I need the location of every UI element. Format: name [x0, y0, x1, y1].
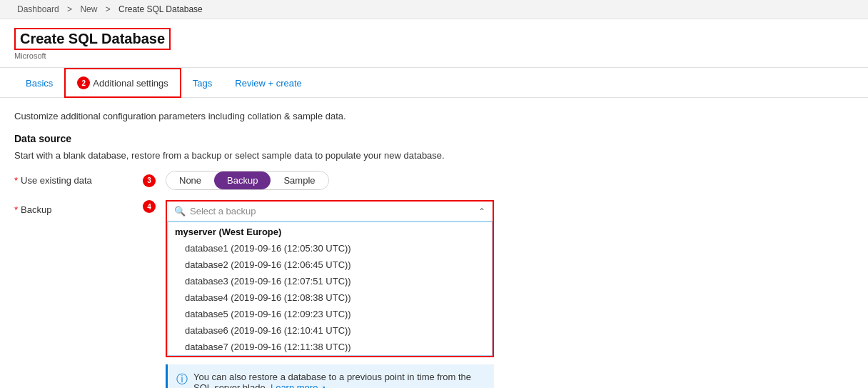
badge-3: 3	[143, 174, 156, 187]
dropdown-header[interactable]: 🔍 Select a backup ⌃	[167, 202, 493, 222]
toggle-none[interactable]: None	[166, 171, 214, 189]
breadcrumb-dashboard[interactable]: Dashboard	[17, 4, 59, 14]
search-icon: 🔍	[174, 206, 186, 217]
breadcrumb-current: Create SQL Database	[118, 4, 203, 14]
breadcrumb-sep1: >	[67, 4, 74, 14]
tab-tags[interactable]: Tags	[181, 71, 223, 97]
backup-row: * Backup 4 🔍 Select a backup ⌃ myserver …	[14, 200, 542, 388]
dropdown-list: myserver (West Europe) database1 (2019-0…	[167, 222, 493, 356]
breadcrumb-sep2: >	[106, 4, 113, 14]
title-box: Create SQL Database	[14, 28, 171, 50]
tabs-section: Basics 2 Additional settings Tags Review…	[0, 68, 868, 98]
dropdown-item-3[interactable]: database3 (2019-09-16 (12:07:51 UTC))	[168, 273, 492, 289]
tab-basics[interactable]: Basics	[14, 71, 64, 97]
data-source-title: Data source	[14, 133, 542, 144]
chevron-up-icon: ⌃	[478, 207, 485, 217]
tab-review-create[interactable]: Review + create	[223, 71, 313, 97]
tab-additional-settings[interactable]: 2 Additional settings	[64, 68, 181, 98]
toggle-group: None Backup Sample	[166, 171, 329, 190]
backup-dropdown[interactable]: 🔍 Select a backup ⌃ myserver (West Europ…	[166, 200, 494, 357]
dropdown-placeholder: Select a backup	[190, 206, 478, 217]
badge-4: 4	[143, 200, 156, 213]
use-existing-data-row: * Use existing data 3 None Backup Sample	[14, 171, 542, 190]
breadcrumb: Dashboard > New > Create SQL Database	[0, 0, 868, 19]
page-header: Create SQL Database Microsoft	[0, 19, 868, 68]
use-existing-label-text: Use existing data	[21, 175, 92, 186]
page-title: Create SQL Database	[20, 31, 165, 47]
backup-label: * Backup	[14, 200, 128, 215]
dropdown-item-4[interactable]: database4 (2019-09-16 (12:08:38 UTC))	[168, 289, 492, 306]
backup-control: 4 🔍 Select a backup ⌃ myserver (West Eur…	[143, 200, 542, 388]
breadcrumb-new[interactable]: New	[80, 4, 97, 14]
use-existing-data-control: 3 None Backup Sample	[143, 171, 542, 190]
info-icon: ⓘ	[176, 372, 188, 387]
required-star: *	[14, 175, 18, 186]
dropdown-item-2[interactable]: database2 (2019-09-16 (12:06:45 UTC))	[168, 257, 492, 273]
dropdown-item-7[interactable]: database7 (2019-09-16 (12:11:38 UTC))	[168, 339, 492, 355]
toggle-backup[interactable]: Backup	[214, 171, 271, 189]
tab-additional-settings-label: Additional settings	[93, 78, 168, 89]
tab-number-badge: 2	[77, 76, 90, 89]
info-text: You can also restore a database to a pre…	[193, 372, 485, 388]
learn-more-backup-link[interactable]: Learn more	[271, 382, 326, 388]
backup-label-text: Backup	[21, 204, 51, 215]
toggle-sample[interactable]: Sample	[271, 171, 328, 189]
dropdown-item-1[interactable]: database1 (2019-09-16 (12:05:30 UTC))	[168, 240, 492, 257]
use-existing-data-label: * Use existing data	[14, 171, 128, 186]
dropdown-item-5[interactable]: database5 (2019-09-16 (12:09:23 UTC))	[168, 306, 492, 322]
section-description: Customize additional configuration param…	[14, 111, 542, 121]
required-star-backup: *	[14, 204, 18, 215]
dropdown-item-6[interactable]: database6 (2019-09-16 (12:10:41 UTC))	[168, 322, 492, 339]
main-content: Customize additional configuration param…	[0, 98, 557, 388]
data-source-description: Start with a blank database, restore fro…	[14, 150, 542, 161]
page-subtitle: Microsoft	[14, 51, 854, 60]
info-box: ⓘ You can also restore a database to a p…	[166, 364, 494, 388]
dropdown-group-header: myserver (West Europe)	[168, 222, 492, 240]
